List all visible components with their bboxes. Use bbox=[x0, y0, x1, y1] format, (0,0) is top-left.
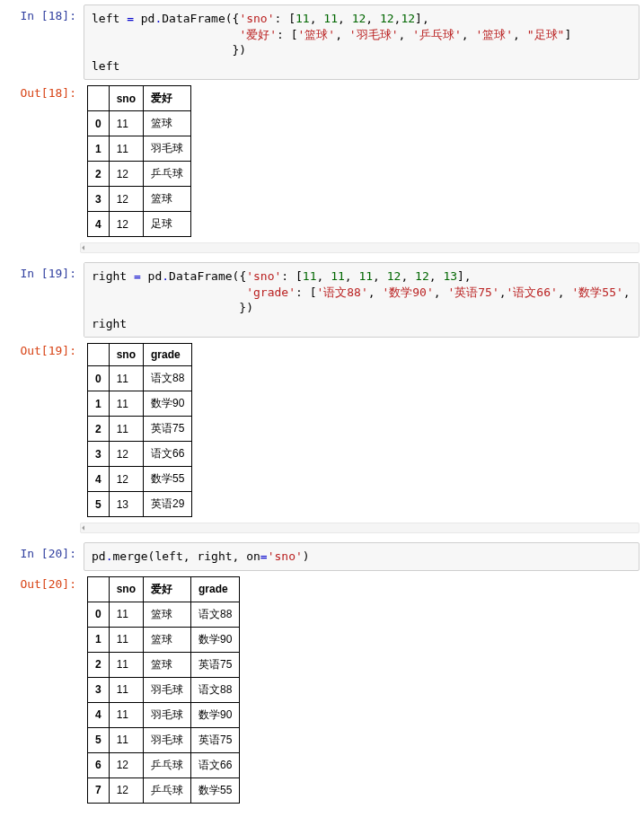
row-index: 3 bbox=[88, 677, 110, 702]
notebook-container: In [18]:left = pd.DataFrame({'sno': [11,… bbox=[4, 4, 640, 807]
code-token: , bbox=[429, 269, 444, 283]
column-header: sno bbox=[109, 344, 143, 366]
code-token: : [ bbox=[277, 28, 297, 41]
code-input[interactable]: left = pd.DataFrame({'sno': [11, 11, 12,… bbox=[84, 4, 640, 80]
code-token: ) bbox=[303, 549, 310, 563]
input-cell: In [18]:left = pd.DataFrame({'sno': [11,… bbox=[4, 4, 640, 80]
row-index: 4 bbox=[88, 702, 110, 727]
code-token: right bbox=[92, 269, 134, 283]
out-prompt: Out[18]: bbox=[4, 82, 84, 104]
code-token: 11 bbox=[358, 269, 373, 283]
table-cell: 12 bbox=[109, 442, 143, 467]
code-token: 'sno' bbox=[268, 549, 303, 563]
code-token: : [ bbox=[296, 286, 316, 299]
input-cell: In [20]:pd.merge(left, right, on='sno') bbox=[4, 542, 640, 571]
table-cell: 13 bbox=[109, 492, 143, 517]
code-token: , bbox=[623, 286, 638, 299]
code-token: 13 bbox=[443, 269, 457, 283]
table-cell: 11 bbox=[109, 627, 143, 652]
table-row: 211英语75 bbox=[88, 417, 192, 442]
code-token: DataFrame({ bbox=[162, 12, 239, 25]
code-token: '英语29' bbox=[637, 286, 640, 299]
row-index: 0 bbox=[88, 602, 110, 627]
code-token: 11 bbox=[323, 12, 338, 25]
dataframe-table: sno爱好011篮球111羽毛球212乒乓球312篮球412足球 bbox=[87, 85, 191, 237]
code-token: left bbox=[92, 12, 127, 25]
code-token: , bbox=[366, 12, 380, 25]
code-token: . bbox=[162, 269, 169, 283]
row-index: 1 bbox=[88, 136, 110, 162]
row-index: 1 bbox=[88, 391, 110, 417]
table-cell: 数学90 bbox=[191, 702, 240, 727]
horizontal-scrollbar[interactable] bbox=[80, 523, 640, 533]
table-row: 011篮球语文88 bbox=[88, 602, 240, 627]
table-row: 412数学55 bbox=[88, 467, 192, 492]
code-token: ], bbox=[415, 12, 429, 25]
row-index: 1 bbox=[88, 627, 110, 652]
code-input[interactable]: pd.merge(left, right, on='sno') bbox=[84, 542, 640, 571]
index-header bbox=[88, 86, 110, 111]
row-index: 2 bbox=[88, 417, 110, 442]
code-token: '篮球' bbox=[298, 28, 336, 41]
table-row: 312篮球 bbox=[88, 187, 191, 212]
table-cell: 篮球 bbox=[144, 111, 191, 136]
row-index: 6 bbox=[88, 752, 110, 777]
code-token: '语文88' bbox=[316, 286, 367, 299]
code-token: , bbox=[398, 28, 412, 41]
table-cell: 英语29 bbox=[144, 492, 192, 517]
table-cell: 足球 bbox=[144, 212, 191, 237]
table-row: 211篮球英语75 bbox=[88, 652, 240, 677]
code-token: , bbox=[373, 269, 387, 283]
table-cell: 羽毛球 bbox=[144, 727, 191, 752]
code-token: '爱好' bbox=[239, 28, 277, 41]
table-cell: 数学90 bbox=[144, 391, 192, 417]
table-cell: 羽毛球 bbox=[144, 702, 191, 727]
code-token: , bbox=[401, 269, 415, 283]
table-cell: 11 bbox=[109, 366, 143, 391]
table-cell: 英语75 bbox=[191, 727, 240, 752]
code-token: , bbox=[499, 286, 507, 299]
code-token: ], bbox=[457, 269, 472, 283]
code-token: , bbox=[368, 286, 383, 299]
in-prompt: In [20]: bbox=[4, 542, 84, 565]
code-token: '乒乓球' bbox=[412, 28, 462, 41]
column-header: grade bbox=[191, 576, 240, 602]
table-cell: 乒乓球 bbox=[144, 777, 191, 803]
out-prompt: Out[19]: bbox=[4, 339, 84, 362]
code-token: 11 bbox=[303, 269, 317, 283]
output-cell: Out[18]:sno爱好011篮球111羽毛球212乒乓球312篮球412足球 bbox=[4, 82, 640, 241]
table-row: 513英语29 bbox=[88, 492, 192, 517]
row-index: 5 bbox=[88, 492, 110, 517]
column-header: sno bbox=[109, 86, 143, 111]
code-input[interactable]: right = pd.DataFrame({'sno': [11, 11, 11… bbox=[84, 262, 640, 338]
table-cell: 英语75 bbox=[191, 652, 240, 677]
table-cell: 11 bbox=[109, 391, 143, 417]
code-token: 12 bbox=[415, 269, 429, 283]
table-cell: 语文66 bbox=[144, 442, 192, 467]
table-cell: 数学55 bbox=[144, 467, 192, 492]
code-token: '羽毛球' bbox=[349, 28, 399, 41]
dataframe-table: sno爱好grade011篮球语文88111篮球数学90211篮球英语75311… bbox=[87, 576, 240, 804]
code-token: , bbox=[335, 28, 349, 41]
column-header: 爱好 bbox=[144, 576, 191, 602]
input-cell: In [19]:right = pd.DataFrame({'sno': [11… bbox=[4, 262, 640, 338]
code-token: 12 bbox=[387, 269, 401, 283]
horizontal-scrollbar[interactable] bbox=[80, 242, 640, 253]
row-index: 2 bbox=[88, 652, 110, 677]
code-token: , bbox=[513, 28, 527, 41]
code-token: , bbox=[434, 286, 448, 299]
row-index: 3 bbox=[88, 442, 110, 467]
column-header: sno bbox=[109, 576, 143, 602]
code-token: , bbox=[558, 286, 572, 299]
code-token: , bbox=[316, 269, 331, 283]
table-cell: 篮球 bbox=[144, 187, 191, 212]
code-token: pd bbox=[141, 269, 162, 283]
in-prompt: In [18]: bbox=[4, 4, 84, 27]
table-cell: 数学90 bbox=[191, 627, 240, 652]
code-token: 12 bbox=[380, 12, 394, 25]
output-cell: Out[20]:sno爱好grade011篮球语文88111篮球数学90211篮… bbox=[4, 573, 640, 807]
column-header: 爱好 bbox=[144, 86, 191, 111]
table-cell: 12 bbox=[109, 187, 143, 212]
code-token: 11 bbox=[296, 12, 310, 25]
code-token: '篮球' bbox=[475, 28, 513, 41]
